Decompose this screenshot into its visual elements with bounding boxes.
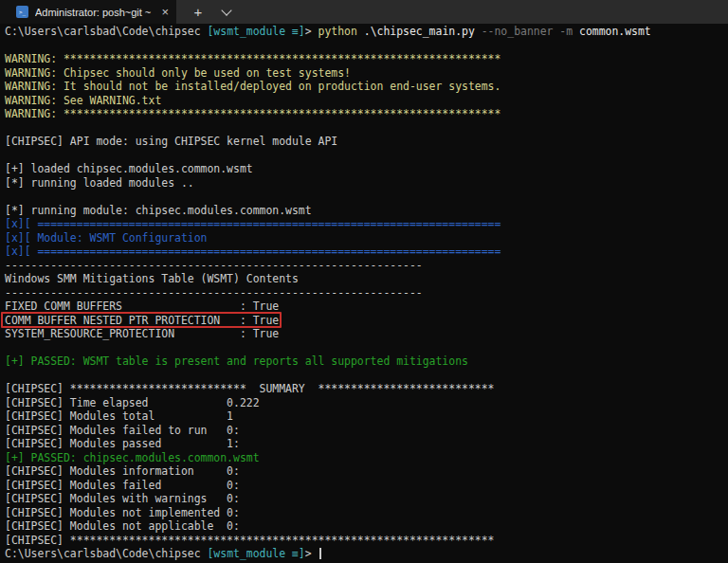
terminal-line: ----------------------------------------… [5,286,728,300]
terminal-line: [CHIPSEC] Modules failed 0: [5,479,728,493]
terminal-line: [+] loaded chipsec.modules.common.wsmt [5,162,728,176]
terminal-line: C:\Users\carlsbad\Code\chipsec [wsmt_mod… [5,25,728,39]
terminal-line: WARNING: *******************************… [5,52,728,66]
terminal-line: [*] running module: chipsec.modules.comm… [5,204,728,218]
terminal-output[interactable]: C:\Users\carlsbad\Code\chipsec [wsmt_mod… [0,24,728,563]
terminal-line [5,149,728,163]
terminal-line: [x][ ===================================… [5,245,728,259]
terminal-line: [CHIPSEC] Modules with warnings 0: [5,492,728,506]
terminal-line: [CHIPSEC] Modules failed to run 0: [5,424,728,438]
terminal-line [5,369,728,383]
terminal-line: C:\Users\carlsbad\Code\chipsec [wsmt_mod… [5,547,728,561]
terminal-line: [CHIPSEC] Modules information 0: [5,464,728,479]
terminal-line: [CHIPSEC] Modules total 1 [5,409,728,424]
terminal-line: Windows SMM Mitigations Table (WSMT) Con… [5,272,728,286]
terminal-line: WARNING: Chipsec should only be used on … [5,66,728,81]
chevron-down-icon [221,5,231,15]
terminal-line: WARNING: *******************************… [5,107,728,121]
tab-dropdown-button[interactable] [212,0,241,24]
terminal-line: WARNING: See WARNING.txt [5,94,728,108]
terminal-line: [*] running loaded modules .. [5,176,728,191]
terminal-line: [CHIPSEC] Time elapsed 0.222 [5,396,728,410]
terminal-line: [CHIPSEC] Modules not applicable 0: [5,519,728,534]
tab-bar: >_ Administrator: posh~git ~ chips × + [0,0,728,24]
terminal-line [5,341,728,355]
terminal-line: SYSTEM_RESOURCE_PROTECTION : True [5,327,728,341]
terminal-line: [CHIPSEC] *************************** SU… [5,382,728,396]
tab-title: Administrator: posh~git ~ chips [35,7,153,18]
terminal-line: [CHIPSEC] Modules not implemented 0: [5,506,728,520]
terminal-line: FIXED_COMM_BUFFERS : True [5,300,728,314]
terminal-window: >_ Administrator: posh~git ~ chips × + C… [0,0,728,563]
powershell-icon: >_ [16,6,28,18]
terminal-tab[interactable]: >_ Administrator: posh~git ~ chips × [0,0,176,24]
terminal-line [5,190,728,204]
terminal-line: COMM_BUFFER_NESTED_PTR_PROTECTION : True [5,314,728,328]
terminal-line [5,39,728,53]
terminal-line: [x][ ===================================… [5,217,728,231]
close-icon[interactable]: × [159,6,171,18]
text-cursor [319,548,321,559]
terminal-line: [+] PASSED: chipsec.modules.common.wsmt [5,451,728,465]
highlight-box: COMM_BUFFER_NESTED_PTR_PROTECTION : True [5,314,279,328]
terminal-line [5,121,728,136]
terminal-line: [+] PASSED: WSMT table is present and re… [5,354,728,369]
terminal-line: ----------------------------------------… [5,259,728,273]
terminal-line: [CHIPSEC] ******************************… [5,534,728,548]
new-tab-button[interactable]: + [184,0,212,24]
terminal-line: [CHIPSEC] Modules passed 1: [5,437,728,451]
terminal-line: [x][ Module: WSMT Configuration [5,231,728,245]
terminal-line: WARNING: It should not be installed/depl… [5,80,728,94]
terminal-line: [CHIPSEC] API mode: using CHIPSEC kernel… [5,135,728,149]
